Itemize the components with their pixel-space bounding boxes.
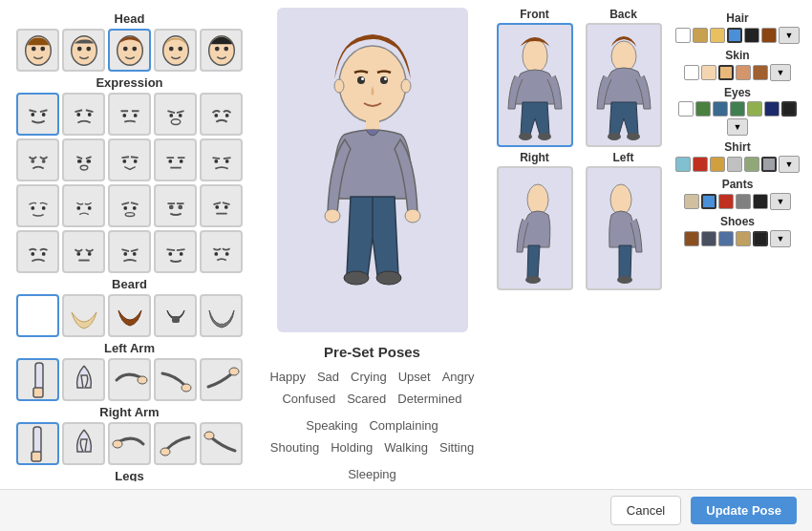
shoes-swatch-5[interactable] xyxy=(753,231,768,246)
right-arm-4[interactable] xyxy=(154,422,197,465)
expr-16[interactable] xyxy=(16,230,59,273)
eyes-swatch-1[interactable] xyxy=(678,101,694,117)
pose-angry[interactable]: Angry xyxy=(442,366,475,388)
eyes-swatch-5[interactable] xyxy=(747,101,762,117)
pose-upset[interactable]: Upset xyxy=(398,366,431,388)
expr-4[interactable] xyxy=(154,93,197,136)
left-view[interactable] xyxy=(586,166,662,290)
shoes-swatch-4[interactable] xyxy=(736,231,751,246)
expr-13[interactable] xyxy=(108,184,151,227)
shirt-swatch-6[interactable] xyxy=(761,157,777,172)
skin-color-dropdown[interactable]: ▼ xyxy=(770,64,791,81)
pose-complaining[interactable]: Complaining xyxy=(369,414,438,436)
hair-swatch-gold[interactable] xyxy=(693,28,708,43)
pants-swatch-3[interactable] xyxy=(718,194,734,209)
expr-3[interactable] xyxy=(108,93,151,136)
expr-18[interactable] xyxy=(108,230,151,273)
shoes-swatch-2[interactable] xyxy=(701,231,716,246)
beard-option-2[interactable] xyxy=(62,294,105,337)
skin-swatch-4[interactable] xyxy=(736,65,751,80)
expr-1[interactable] xyxy=(16,93,59,136)
expr-12[interactable] xyxy=(62,184,105,227)
hair-swatch-yellow[interactable] xyxy=(710,28,725,43)
shoes-color-dropdown[interactable]: ▼ xyxy=(770,230,791,247)
right-arm-2[interactable] xyxy=(62,422,105,465)
expr-6[interactable] xyxy=(16,138,59,181)
pants-swatch-4[interactable] xyxy=(736,194,751,209)
pants-swatch-2[interactable] xyxy=(701,194,716,209)
hair-swatch-brown[interactable] xyxy=(761,28,777,43)
back-view[interactable] xyxy=(586,23,662,147)
shoes-swatch-3[interactable] xyxy=(718,231,734,246)
expr-9[interactable] xyxy=(154,138,197,181)
beard-option-1[interactable] xyxy=(16,294,59,337)
pose-crying[interactable]: Crying xyxy=(351,366,387,388)
beard-option-5[interactable] xyxy=(200,294,243,337)
head-option-5[interactable] xyxy=(200,29,243,72)
skin-swatch-1[interactable] xyxy=(684,65,699,80)
expr-7[interactable] xyxy=(62,138,105,181)
eyes-swatch-2[interactable] xyxy=(695,101,711,117)
left-arm-4[interactable] xyxy=(154,358,197,401)
shoes-swatch-1[interactable] xyxy=(684,231,699,246)
eyes-swatch-6[interactable] xyxy=(764,101,780,117)
pose-confused[interactable]: Confused xyxy=(282,388,335,410)
hair-swatch-white[interactable] xyxy=(675,28,691,43)
eyes-swatch-4[interactable] xyxy=(730,101,745,117)
expr-20[interactable] xyxy=(200,230,243,273)
pants-swatch-5[interactable] xyxy=(753,194,768,209)
pose-sad[interactable]: Sad xyxy=(317,366,339,388)
expr-19[interactable] xyxy=(154,230,197,273)
shirt-color-dropdown[interactable]: ▼ xyxy=(779,156,800,173)
eyes-color-dropdown[interactable]: ▼ xyxy=(727,118,748,136)
pants-color-dropdown[interactable]: ▼ xyxy=(770,193,791,210)
cancel-button[interactable]: Cancel xyxy=(610,496,681,525)
expr-17[interactable] xyxy=(62,230,105,273)
right-arm-3[interactable] xyxy=(108,422,151,465)
left-arm-5[interactable] xyxy=(200,358,243,401)
pose-holding[interactable]: Holding xyxy=(331,436,373,458)
pose-determined[interactable]: Determined xyxy=(397,388,461,410)
right-view[interactable] xyxy=(497,166,573,290)
right-arm-1[interactable] xyxy=(16,422,59,465)
pose-sleeping[interactable]: Sleeping xyxy=(348,463,396,485)
eyes-swatch-7[interactable] xyxy=(781,101,797,117)
beard-option-3[interactable] xyxy=(108,294,151,337)
pants-swatch-1[interactable] xyxy=(684,194,699,209)
shirt-swatch-2[interactable] xyxy=(693,157,708,172)
pose-speaking[interactable]: Speaking xyxy=(306,414,357,436)
pose-sitting[interactable]: Sitting xyxy=(439,436,474,458)
pose-scared[interactable]: Scared xyxy=(347,388,386,410)
left-arm-1[interactable] xyxy=(16,358,59,401)
pose-happy[interactable]: Happy xyxy=(269,366,306,388)
expr-8[interactable] xyxy=(108,138,151,181)
head-option-4[interactable] xyxy=(154,29,197,72)
update-pose-button[interactable]: Update Pose xyxy=(691,497,797,524)
expr-15[interactable] xyxy=(200,184,243,227)
right-arm-5[interactable] xyxy=(200,422,243,465)
expr-14[interactable] xyxy=(154,184,197,227)
expr-10[interactable] xyxy=(200,138,243,181)
head-option-2[interactable] xyxy=(62,29,105,72)
shirt-swatch-5[interactable] xyxy=(744,157,759,172)
head-option-1[interactable] xyxy=(16,29,59,72)
left-arm-2[interactable] xyxy=(62,358,105,401)
shirt-swatch-1[interactable] xyxy=(675,157,691,172)
pose-shouting[interactable]: Shouting xyxy=(270,436,319,458)
expr-2[interactable] xyxy=(62,93,105,136)
left-arm-3[interactable] xyxy=(108,358,151,401)
front-view[interactable] xyxy=(497,23,573,147)
head-option-3[interactable] xyxy=(108,29,151,72)
shirt-swatch-3[interactable] xyxy=(710,157,725,172)
shirt-swatch-4[interactable] xyxy=(727,157,742,172)
beard-option-4[interactable] xyxy=(154,294,197,337)
hair-swatch-blue[interactable] xyxy=(727,28,742,43)
hair-swatch-black[interactable] xyxy=(744,28,759,43)
pose-walking[interactable]: Walking xyxy=(384,436,428,458)
hair-color-dropdown[interactable]: ▼ xyxy=(779,27,800,44)
eyes-swatch-3[interactable] xyxy=(713,101,728,117)
skin-swatch-5[interactable] xyxy=(753,65,768,80)
expr-11[interactable] xyxy=(16,184,59,227)
skin-swatch-3[interactable] xyxy=(718,65,734,80)
expr-5[interactable] xyxy=(200,93,243,136)
